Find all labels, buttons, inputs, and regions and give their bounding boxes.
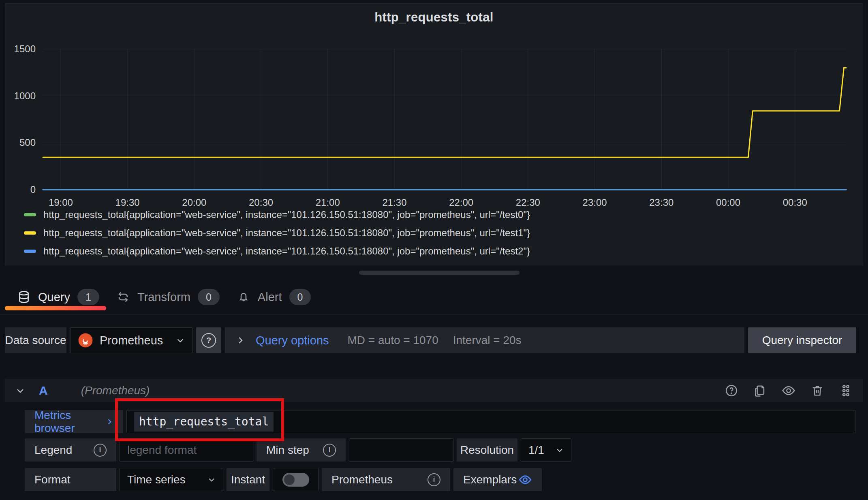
chart-legend: http_requests_total{application="web-ser… (24, 209, 530, 264)
chevron-down-icon (207, 476, 216, 484)
legend-label: http_requests_total{application="web-ser… (43, 227, 530, 239)
toggle-pill (282, 473, 309, 487)
info-icon[interactable]: i (94, 444, 107, 457)
resolution-dropdown[interactable]: 1/1 (521, 438, 571, 462)
tab-label: Query (38, 291, 70, 304)
svg-text:21:30: 21:30 (382, 197, 406, 208)
eye-icon[interactable] (781, 383, 796, 398)
legend-label-text: Legend (34, 444, 72, 457)
datasource-value: Prometheus (100, 334, 169, 347)
transform-icon (116, 290, 130, 304)
svg-text:19:30: 19:30 (115, 197, 140, 208)
min-step-label-text: Min step (266, 444, 309, 457)
legend-item-test0[interactable]: http_requests_total{application="web-ser… (24, 209, 530, 220)
prometheus-logo-icon (78, 333, 93, 348)
tab-count-badge: 0 (289, 289, 311, 305)
svg-text:00:30: 00:30 (783, 197, 807, 208)
query-row-header[interactable]: A (Prometheus) (5, 379, 863, 402)
query-expression-text: http_requests_total (134, 412, 274, 432)
timeseries-chart: 05001000150019:0019:3020:0020:3021:0021:… (5, 4, 864, 210)
format-value: Time series (127, 473, 186, 486)
svg-text:20:00: 20:00 (182, 197, 206, 208)
prometheus-type-text: Prometheus (331, 473, 393, 486)
legend-label: http_requests_total{application="web-ser… (43, 209, 530, 220)
chevron-down-icon (556, 446, 564, 454)
metrics-row: Metrics browser http_requests_total (25, 410, 855, 433)
duplicate-icon[interactable] (753, 384, 767, 397)
info-icon[interactable]: i (428, 473, 440, 486)
legend-swatch-blue (24, 250, 36, 253)
tab-label: Alert (258, 291, 282, 304)
trash-icon[interactable] (810, 384, 824, 397)
datasource-picker[interactable]: Prometheus (70, 327, 192, 353)
legend-swatch-yellow (24, 231, 36, 235)
format-label: Format (25, 468, 116, 491)
min-step-input[interactable] (349, 438, 453, 462)
collapse-chevron-icon[interactable] (15, 386, 25, 395)
svg-text:500: 500 (19, 137, 36, 148)
tab-label: Transform (137, 291, 190, 304)
instant-label: Instant (227, 468, 269, 491)
exemplars-control: Exemplars (453, 468, 542, 491)
timeseries-panel: http_requests_total 05001000150019:0019:… (5, 3, 863, 265)
format-dropdown[interactable]: Time series (120, 468, 223, 491)
interval-text: Interval = 20s (453, 334, 522, 347)
resolution-label: Resolution (457, 438, 517, 462)
resolution-value: 1/1 (528, 444, 544, 457)
grafana-panel-editor: http_requests_total 05001000150019:0019:… (0, 0, 868, 500)
svg-text:00:00: 00:00 (716, 197, 740, 208)
svg-text:22:30: 22:30 (516, 197, 540, 208)
max-datapoints-text: MD = auto = 1070 (348, 334, 438, 347)
chevron-right-icon (235, 335, 245, 345)
chevron-right-icon (105, 418, 113, 426)
editor-tabbar: Query 1 Transform 0 Alert 0 (0, 280, 868, 315)
query-row-actions (725, 383, 853, 398)
svg-text:22:00: 22:00 (449, 197, 473, 208)
legend-format-label: Legend i (25, 438, 116, 462)
svg-text:21:00: 21:00 (316, 197, 340, 208)
drag-handle-icon[interactable] (839, 384, 853, 397)
metrics-browser-label: Metrics browser (34, 409, 100, 435)
tab-count-badge: 0 (198, 289, 220, 305)
options-row-2: Format Time series Instant Prometheus i … (25, 468, 542, 491)
svg-text:23:00: 23:00 (583, 197, 607, 208)
query-toolbar: Data source Prometheus ? Query options M… (5, 327, 856, 353)
svg-text:0: 0 (30, 184, 36, 195)
svg-text:1500: 1500 (14, 43, 36, 54)
svg-text:23:30: 23:30 (649, 197, 673, 208)
svg-text:1000: 1000 (14, 90, 36, 101)
legend-format-input[interactable]: legend format (120, 438, 253, 462)
query-datasource-hint: (Prometheus) (81, 384, 150, 397)
svg-text:20:30: 20:30 (249, 197, 273, 208)
metrics-browser-button[interactable]: Metrics browser (25, 410, 123, 433)
legend-item-test1[interactable]: http_requests_total{application="web-ser… (24, 228, 530, 238)
query-options-link[interactable]: Query options (256, 334, 329, 347)
info-icon[interactable]: i (323, 444, 336, 457)
exemplars-label-text: Exemplars (463, 473, 517, 486)
database-icon (17, 290, 31, 304)
query-ref-id[interactable]: A (39, 384, 48, 397)
options-row-1: Legend i legend format Min step i Resolu… (25, 438, 571, 462)
instant-toggle[interactable] (273, 468, 319, 491)
datasource-help-button[interactable]: ? (196, 327, 221, 353)
svg-text:19:00: 19:00 (49, 197, 73, 208)
query-inspector-button[interactable]: Query inspector (748, 327, 856, 353)
datasource-label: Data source (5, 327, 66, 353)
query-options-bar[interactable]: Query options MD = auto = 1070 Interval … (225, 327, 744, 353)
help-circle-icon: ? (201, 333, 216, 348)
exemplars-eye-icon[interactable] (518, 473, 532, 487)
scrollbar-thumb[interactable] (359, 271, 520, 275)
chevron-down-icon (176, 336, 185, 345)
legend-swatch-green (24, 213, 36, 216)
legend-label: http_requests_total{application="web-ser… (43, 246, 530, 257)
toggle-knob (284, 474, 295, 485)
legend-format-placeholder: legend format (127, 444, 197, 457)
prometheus-type-label: Prometheus i (322, 468, 450, 491)
promql-query-input[interactable]: http_requests_total (126, 410, 855, 433)
min-step-label: Min step i (257, 438, 346, 462)
tab-transform[interactable]: Transform 0 (116, 280, 220, 314)
help-circle-icon[interactable] (725, 384, 738, 397)
tab-count-badge: 1 (77, 289, 99, 305)
tab-alert[interactable]: Alert 0 (237, 280, 311, 314)
legend-item-test2[interactable]: http_requests_total{application="web-ser… (24, 246, 530, 256)
